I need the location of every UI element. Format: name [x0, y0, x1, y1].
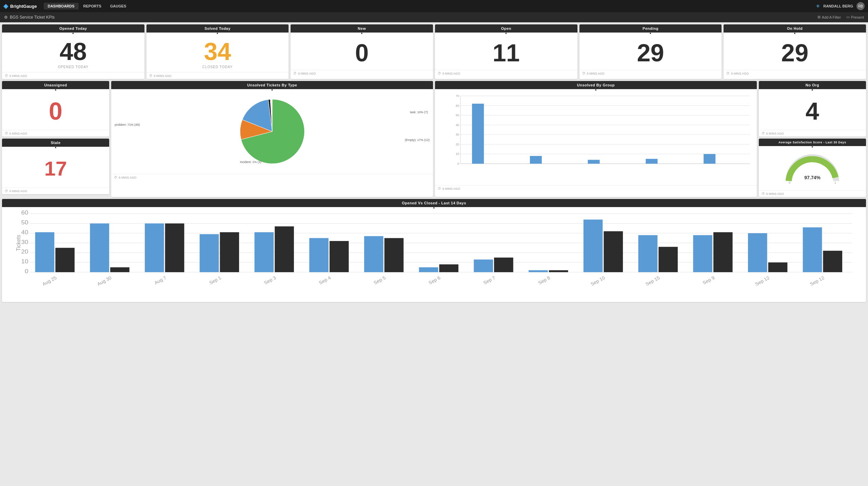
kpi-onhold[interactable]: On Hold 29 ⏱ 6 MINS AGO: [724, 24, 866, 79]
kpi-onhold-timestamp: 6 MINS AGO: [731, 72, 749, 75]
bar-chart-card[interactable]: Unsolved By Group 010203040506070 ⏱ 6 MI…: [435, 81, 757, 197]
user-name[interactable]: RANDALL BERG: [823, 4, 853, 8]
kpi-new-header: New: [291, 24, 433, 33]
kpi-new-timestamp: 6 MINS AGO: [298, 72, 316, 75]
svg-text:70: 70: [456, 94, 459, 98]
kpi-row: Opened Today 48 OPENED TODAY ⏱ 6 MINS AG…: [2, 24, 866, 79]
kpi-solved-today-value: 34: [204, 39, 231, 64]
svg-rect-49: [584, 220, 603, 272]
add-button[interactable]: +: [816, 2, 820, 10]
kpi-solved-today-footer: ⏱ 6 MINS AGO: [146, 72, 289, 79]
clock-icon-5: ⏱: [582, 72, 586, 75]
svg-text:60: 60: [21, 210, 28, 216]
kpi-unassigned[interactable]: Unassigned 0 ⏱ 6 MINS AGO: [2, 81, 109, 137]
kpi-opened-today-sublabel: OPENED TODAY: [58, 65, 88, 69]
pie-chart-footer: ⏱ 6 MINS AGO: [111, 174, 433, 181]
clock-icon-4: ⏱: [438, 72, 441, 75]
svg-text:Sep 9: Sep 9: [702, 275, 715, 285]
bottom-chart-svg: 0102030405060TicketsAug 25Aug 30Aug 7Sep…: [16, 210, 859, 288]
svg-rect-58: [275, 226, 294, 272]
svg-rect-53: [803, 227, 822, 272]
kpi-pending[interactable]: Pending 29 ⏱ 6 MINS AGO: [579, 24, 722, 79]
pie-chart-header: Unsolved Tickets By Type: [111, 81, 433, 89]
kpi-pending-footer: ⏱ 6 MINS AGO: [579, 70, 722, 77]
svg-text:97.74%: 97.74%: [804, 175, 821, 180]
kpi-open-timestamp: 6 MINS AGO: [442, 72, 460, 75]
pie-chart-card[interactable]: Unsolved Tickets By Type problem: 71% (4…: [111, 81, 433, 197]
kpi-opened-today-value: 48: [60, 39, 87, 64]
svg-text:Sep 5: Sep 5: [373, 275, 387, 285]
bar-chart-timestamp: 6 MINS AGO: [442, 187, 460, 190]
svg-rect-43: [255, 232, 274, 272]
svg-rect-56: [165, 223, 184, 272]
gauge-body: 97.74% 0 1: [759, 146, 866, 190]
logo[interactable]: ◈ BrightGauge: [3, 2, 37, 10]
svg-rect-20: [588, 160, 600, 164]
present-button[interactable]: ▭ Present: [846, 15, 864, 19]
svg-text:Sep 15: Sep 15: [645, 275, 661, 287]
svg-text:Aug 30: Aug 30: [96, 275, 112, 287]
bottom-chart-body: 0102030405060TicketsAug 25Aug 30Aug 7Sep…: [2, 207, 866, 302]
svg-rect-19: [530, 156, 542, 164]
svg-text:Sep 8: Sep 8: [537, 275, 551, 285]
kpi-pending-body: 29: [579, 33, 722, 70]
kpi-new[interactable]: New 0 ⏱ 6 MINS AGO: [291, 24, 433, 79]
kpi-stale-value: 17: [44, 159, 67, 179]
svg-rect-54: [55, 248, 75, 272]
kpi-unassigned-header: Unassigned: [2, 81, 109, 89]
kpi-pending-header: Pending: [579, 24, 722, 33]
svg-rect-46: [419, 267, 438, 272]
kpi-onhold-body: 29: [724, 33, 866, 70]
gauge-labels: 0 1: [789, 181, 836, 184]
kpi-opened-today[interactable]: Opened Today 48 OPENED TODAY ⏱ 6 MINS AG…: [2, 24, 144, 79]
svg-text:50: 50: [21, 219, 28, 226]
subheader-title: ⚙ BGS Service Ticket KPIs: [4, 15, 55, 20]
kpi-no-org[interactable]: No Org 4 ⏱ 6 MINS AGO: [759, 81, 866, 137]
kpi-stale[interactable]: Stale 17 ⏱ 6 MINS AGO: [2, 139, 109, 194]
clock-icon-3: ⏱: [293, 72, 297, 75]
nav-reports[interactable]: REPORTS: [79, 3, 105, 9]
kpi-open-header: Open: [435, 24, 577, 33]
svg-rect-22: [704, 154, 715, 164]
svg-rect-51: [693, 235, 712, 272]
svg-text:30: 30: [21, 239, 28, 245]
bottom-chart-header: Opened Vs Closed - Last 14 Days: [2, 199, 866, 207]
clock-icon-8: ⏱: [5, 189, 8, 193]
kpi-new-value: 0: [355, 41, 369, 65]
svg-rect-66: [713, 232, 733, 272]
svg-text:Sep 12: Sep 12: [809, 275, 825, 287]
svg-text:0: 0: [457, 162, 459, 165]
kpi-open-footer: ⏱ 6 MINS AGO: [435, 70, 577, 77]
svg-text:Sep 7: Sep 7: [482, 275, 496, 285]
gauge-card[interactable]: Average Satisfaction Score - Last 30 Day…: [759, 139, 866, 197]
svg-text:20: 20: [21, 248, 28, 255]
nav-dashboards[interactable]: DASHBOARDS: [44, 3, 79, 9]
nav-gauges[interactable]: GAUGES: [106, 3, 131, 9]
pie-chart-body: problem: 71% (49) task: 10% (7) (Empty):…: [111, 89, 433, 174]
kpi-solved-today-timestamp: 6 MINS AGO: [154, 74, 172, 78]
clock-icon-10: ⏱: [438, 187, 441, 190]
kpi-open-body: 11: [435, 33, 577, 70]
kpi-open[interactable]: Open 11 ⏱ 6 MINS AGO: [435, 24, 577, 79]
kpi-no-org-header: No Org: [759, 81, 866, 89]
logo-icon: ◈: [3, 2, 8, 10]
kpi-open-value: 11: [493, 41, 520, 65]
svg-rect-60: [384, 238, 404, 272]
kpi-stale-header: Stale: [2, 139, 109, 147]
pie-label-problem: problem: 71% (49): [115, 123, 140, 126]
avatar[interactable]: RB: [856, 2, 865, 10]
bottom-chart-card[interactable]: Opened Vs Closed - Last 14 Days 01020304…: [2, 199, 866, 302]
subheader-actions: ⊞ Add A Filter ▭ Present: [817, 15, 864, 19]
pie-label-empty: (Empty): 17% (12): [405, 138, 430, 142]
bar-chart-body: 010203040506070: [435, 89, 757, 185]
kpi-solved-today[interactable]: Solved Today 34 CLOSED TODAY ⏱ 6 MINS AG…: [146, 24, 289, 79]
kpi-unassigned-timestamp: 6 MINS AGO: [9, 132, 27, 135]
kpi-no-org-body: 4: [759, 89, 866, 130]
add-filter-button[interactable]: ⊞ Add A Filter: [817, 15, 841, 19]
svg-rect-39: [35, 232, 55, 272]
filter-icon: ⊞: [817, 15, 821, 19]
bar-chart-svg: 010203040506070: [449, 93, 753, 174]
svg-rect-57: [220, 232, 239, 272]
svg-text:10: 10: [21, 258, 28, 265]
svg-rect-42: [200, 234, 219, 272]
